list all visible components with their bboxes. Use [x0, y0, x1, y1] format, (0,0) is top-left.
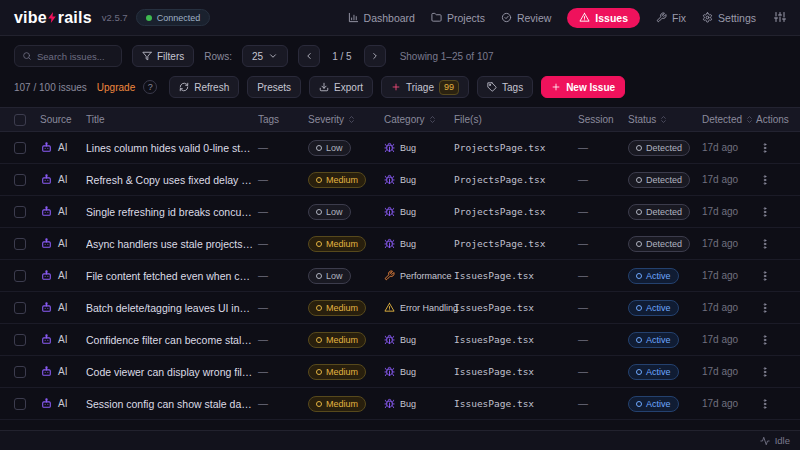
refresh-button[interactable]: Refresh — [169, 76, 239, 98]
file-cell: ProjectsPage.tsx — [454, 238, 574, 249]
col-category[interactable]: Category — [384, 114, 450, 125]
issue-row[interactable]: AI Async handlers use stale projects sta… — [0, 228, 800, 260]
tags-cell: — — [258, 174, 304, 185]
issue-row[interactable]: AI File content fetched even when code p… — [0, 260, 800, 292]
sliders-button[interactable] — [774, 11, 786, 25]
row-menu-button[interactable] — [756, 363, 774, 381]
issues-table-body: AI Lines column hides valid 0-line stats… — [0, 132, 800, 420]
bug-icon — [384, 398, 395, 409]
nav-item-issues[interactable]: Issues — [567, 8, 640, 28]
session-cell: — — [578, 366, 624, 377]
col-status[interactable]: Status — [628, 114, 698, 125]
status-dot-icon — [636, 209, 642, 215]
ai-robot-icon — [40, 333, 53, 346]
search-input[interactable] — [37, 51, 114, 62]
app-logo: vibe rails — [14, 9, 92, 27]
topbar: vibe rails v2.5.7 Connected Dashboard Pr… — [0, 0, 800, 36]
issue-row[interactable]: AI Confidence filter can become stale du… — [0, 324, 800, 356]
filters-button[interactable]: Filters — [132, 45, 194, 67]
row-menu-button[interactable] — [756, 139, 774, 157]
source-cell: AI — [40, 269, 82, 282]
col-severity[interactable]: Severity — [308, 114, 380, 125]
row-checkbox[interactable] — [14, 366, 26, 378]
category-label: Bug — [400, 239, 416, 249]
row-menu-button[interactable] — [756, 203, 774, 221]
search-box[interactable] — [14, 45, 122, 67]
source-label: AI — [58, 366, 67, 377]
row-menu-button[interactable] — [756, 299, 774, 317]
severity-dot-icon — [316, 369, 322, 375]
session-cell: — — [578, 238, 624, 249]
source-label: AI — [58, 302, 67, 313]
rows-select[interactable]: 25 — [242, 45, 288, 67]
row-menu-button[interactable] — [756, 395, 774, 413]
upgrade-link[interactable]: Upgrade — [97, 82, 135, 93]
help-button[interactable]: ? — [143, 80, 157, 94]
tags-cell: — — [258, 142, 304, 153]
triage-button[interactable]: Triage 99 — [381, 76, 469, 98]
row-menu-button[interactable] — [756, 171, 774, 189]
issue-title: Single refreshing id breaks concurrent r… — [86, 196, 254, 228]
nav-item-settings[interactable]: Settings — [702, 12, 756, 24]
issue-row[interactable]: AI Refresh & Copy uses fixed delay inste… — [0, 164, 800, 196]
source-cell: AI — [40, 365, 82, 378]
col-actions: Actions — [756, 114, 786, 125]
kebab-menu-icon — [759, 206, 771, 218]
detected-cell: 17d ago — [702, 206, 752, 217]
issue-row[interactable]: AI Session config can show stale data af… — [0, 388, 800, 420]
issue-title: File content fetched even when code pane… — [86, 260, 254, 292]
nav-item-projects[interactable]: Projects — [431, 12, 485, 24]
tags-cell: — — [258, 270, 304, 281]
new-issue-button[interactable]: New Issue — [541, 76, 625, 98]
ai-robot-icon — [40, 269, 53, 282]
severity-badge: Low — [308, 140, 351, 156]
row-checkbox[interactable] — [14, 270, 26, 282]
export-button[interactable]: Export — [309, 76, 373, 98]
select-all-checkbox[interactable] — [14, 114, 26, 126]
source-cell: AI — [40, 141, 82, 154]
issue-title: Batch delete/tagging leaves UI inconsist… — [86, 292, 254, 324]
next-page-button[interactable] — [364, 45, 386, 67]
severity-dot-icon — [316, 273, 322, 279]
issue-row[interactable]: AI Lines column hides valid 0-line stats… — [0, 132, 800, 164]
category-cell: Error Handling — [384, 302, 450, 313]
presets-button[interactable]: Presets — [247, 76, 301, 98]
logo-text-left: vibe — [14, 9, 47, 27]
detected-cell: 17d ago — [702, 174, 752, 185]
status-dot-icon — [636, 401, 642, 407]
row-menu-button[interactable] — [756, 267, 774, 285]
issue-row[interactable]: AI Batch delete/tagging leaves UI incons… — [0, 292, 800, 324]
severity-badge: Medium — [308, 332, 366, 348]
row-checkbox[interactable] — [14, 142, 26, 154]
row-menu-button[interactable] — [756, 331, 774, 349]
connection-status: Connected — [136, 9, 211, 26]
actionbar: 107 / 100 issues Upgrade ? Refresh Prese… — [0, 72, 800, 107]
kebab-menu-icon — [759, 174, 771, 186]
nav-item-review[interactable]: Review — [501, 12, 551, 24]
status-badge: Detected — [628, 236, 690, 252]
file-cell: IssuesPage.tsx — [454, 366, 574, 377]
session-cell: — — [578, 270, 624, 281]
row-menu-button[interactable] — [756, 235, 774, 253]
col-detected[interactable]: Detected — [702, 114, 752, 125]
row-checkbox[interactable] — [14, 302, 26, 314]
source-label: AI — [58, 398, 67, 409]
row-checkbox[interactable] — [14, 334, 26, 346]
severity-badge: Medium — [308, 396, 366, 412]
tags-cell: — — [258, 366, 304, 377]
row-checkbox[interactable] — [14, 398, 26, 410]
source-cell: AI — [40, 173, 82, 186]
tags-button[interactable]: Tags — [477, 76, 533, 98]
prev-page-button[interactable] — [298, 45, 320, 67]
status-dot-icon — [636, 145, 642, 151]
row-checkbox[interactable] — [14, 238, 26, 250]
logo-text-right: rails — [58, 9, 92, 27]
issue-row[interactable]: AI Single refreshing id breaks concurren… — [0, 196, 800, 228]
nav-item-dashboard[interactable]: Dashboard — [348, 12, 415, 24]
row-checkbox[interactable] — [14, 206, 26, 218]
issue-row[interactable]: AI Code viewer can display wrong file du… — [0, 356, 800, 388]
row-checkbox[interactable] — [14, 174, 26, 186]
source-cell: AI — [40, 301, 82, 314]
session-cell: — — [578, 302, 624, 313]
nav-item-fix[interactable]: Fix — [656, 12, 686, 24]
